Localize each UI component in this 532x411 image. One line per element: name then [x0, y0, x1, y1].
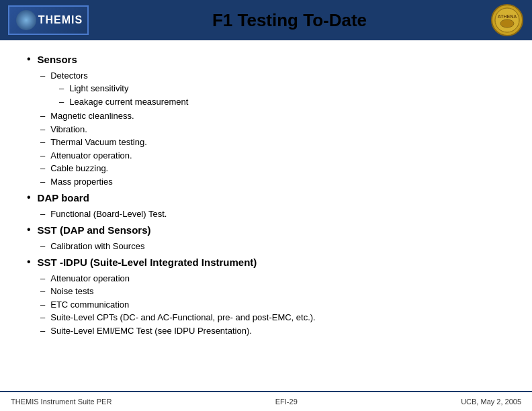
suite-cpt-item: – Suite-Level CPTs (DC- and AC-Functiona…: [40, 311, 505, 324]
sst-title: SST (DAP and Sensors): [38, 223, 151, 238]
sst-idpu-section: • SST -IDPU (Suite-Level Integrated Inst…: [27, 255, 505, 337]
light-sensitivity-dash: –: [59, 82, 64, 95]
footer-left: THEMIS Instrument Suite PER: [11, 398, 112, 406]
sst-bullet: •: [27, 222, 31, 237]
vibration-label: Vibration.: [50, 123, 87, 136]
calibration-dash: –: [40, 240, 45, 253]
dap-sub-list: – Functional (Board-Level) Test.: [40, 208, 505, 221]
attenuator-op-item: – Attenuator operation: [40, 272, 505, 285]
sst-header-row: • SST (DAP and Sensors): [27, 223, 505, 238]
cable-dash: –: [40, 162, 45, 175]
logo-text: THEMIS: [38, 14, 83, 26]
sst-idpu-header-row: • SST -IDPU (Suite-Level Integrated Inst…: [27, 255, 505, 271]
vibration-dash: –: [40, 123, 45, 136]
leakage-item: – Leakage current measurement: [59, 95, 505, 109]
sst-idpu-bullet: •: [27, 255, 31, 269]
attenuator-sensors-dash: –: [40, 149, 45, 163]
attenuator-op-label: Attenuator operation: [50, 272, 130, 285]
attenuator-op-dash: –: [40, 272, 45, 285]
magnetic-dash: –: [40, 109, 45, 123]
detectors-item: – Detectors: [40, 69, 505, 83]
suite-cpt-label: Suite-Level CPTs (DC- and AC-Functional,…: [50, 311, 315, 324]
suite-cpt-dash: –: [40, 311, 45, 324]
thermal-dash: –: [40, 136, 45, 149]
detectors-sub-sub-list: – Light sensitivity – Leakage current me…: [59, 82, 505, 108]
sensors-section: • Sensors – Detectors – Light sensitivit…: [27, 52, 505, 188]
page-title: F1 Testing To-Date: [89, 10, 490, 31]
leakage-dash: –: [59, 95, 64, 109]
sensors-sub-list: – Detectors – Light sensitivity – Leakag…: [40, 69, 505, 189]
functional-label: Functional (Board-Level) Test.: [50, 208, 167, 221]
footer: THEMIS Instrument Suite PER EFI-29 UCB, …: [0, 391, 532, 411]
thermal-label: Thermal Vacuum testing.: [50, 136, 147, 149]
calibration-item: – Calibration with Sources: [40, 240, 505, 253]
attenuator-sensors-item: – Attenuator operation.: [40, 149, 505, 163]
footer-center: EFI-29: [275, 398, 298, 406]
athena-logo-icon: ATHENA: [490, 3, 524, 37]
suite-emi-item: – Suite-Level EMI/EMC Test (see IDPU Pre…: [40, 324, 505, 338]
footer-right: UCB, May 2, 2005: [461, 398, 521, 406]
logo-container: THEMIS: [8, 5, 89, 35]
dap-section: • DAP board – Functional (Board-Level) T…: [27, 191, 505, 220]
header: THEMIS F1 Testing To-Date ATHENA: [0, 0, 532, 40]
noise-dash: –: [40, 285, 45, 298]
dap-title: DAP board: [38, 191, 89, 206]
svg-point-3: [500, 19, 514, 28]
logo-circle-graphic: [16, 10, 36, 30]
suite-emi-label: Suite-Level EMI/EMC Test (see IDPU Prese…: [50, 324, 252, 338]
suite-emi-dash: –: [40, 324, 45, 338]
sst-idpu-title: SST -IDPU (Suite-Level Integrated Instru…: [38, 255, 257, 271]
leakage-label: Leakage current measurement: [69, 95, 188, 109]
noise-item: – Noise tests: [40, 285, 505, 298]
mass-item: – Mass properties: [40, 175, 505, 189]
svg-text:ATHENA: ATHENA: [498, 14, 517, 19]
main-content: • Sensors – Detectors – Light sensitivit…: [0, 40, 532, 347]
cable-label: Cable buzzing.: [50, 162, 108, 175]
detectors-label: Detectors: [50, 69, 88, 83]
magnetic-label: Magnetic cleanliness.: [50, 109, 134, 123]
functional-item: – Functional (Board-Level) Test.: [40, 208, 505, 221]
magnetic-item: – Magnetic cleanliness.: [40, 109, 505, 123]
sensors-header-row: • Sensors: [27, 52, 505, 68]
cable-item: – Cable buzzing.: [40, 162, 505, 175]
sst-sub-list: – Calibration with Sources: [40, 240, 505, 253]
etc-item: – ETC communication: [40, 298, 505, 312]
dap-header-row: • DAP board: [27, 191, 505, 206]
etc-dash: –: [40, 298, 45, 312]
mass-dash: –: [40, 175, 45, 189]
thermal-item: – Thermal Vacuum testing.: [40, 136, 505, 149]
light-sensitivity-label: Light sensitivity: [69, 82, 128, 95]
vibration-item: – Vibration.: [40, 123, 505, 136]
attenuator-sensors-label: Attenuator operation.: [50, 149, 132, 163]
logo-box: THEMIS: [8, 5, 89, 35]
etc-label: ETC communication: [50, 298, 129, 312]
sensors-title: Sensors: [38, 52, 77, 68]
sensors-bullet: •: [27, 52, 31, 66]
sst-idpu-sub-list: – Attenuator operation – Noise tests – E…: [40, 272, 505, 338]
detectors-dash: –: [40, 69, 45, 83]
dap-bullet: •: [27, 190, 31, 205]
functional-dash: –: [40, 208, 45, 221]
noise-label: Noise tests: [50, 285, 93, 298]
sst-section: • SST (DAP and Sensors) – Calibration wi…: [27, 223, 505, 253]
calibration-label: Calibration with Sources: [50, 240, 144, 253]
light-sensitivity-item: – Light sensitivity: [59, 82, 505, 95]
mass-label: Mass properties: [50, 175, 112, 189]
